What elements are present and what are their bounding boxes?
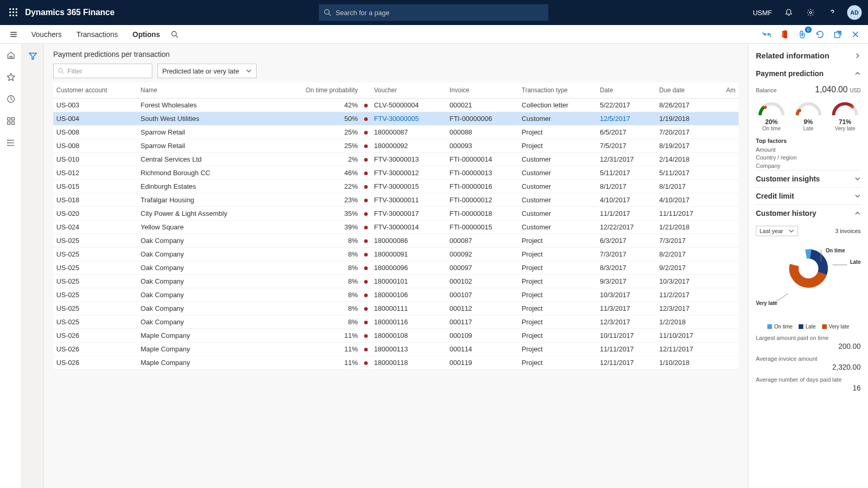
app-launcher-icon[interactable]	[6, 5, 21, 20]
cell-date[interactable]: 8/1/2017	[597, 180, 656, 193]
tab-transactions[interactable]: Transactions	[70, 27, 124, 42]
table-row[interactable]: US-024Yellow Square39%FTV-30000014FTI-00…	[53, 221, 739, 234]
cell-name[interactable]: Edinburgh Estates	[138, 180, 275, 193]
cell-name[interactable]: Yellow Square	[138, 221, 275, 234]
cell-amount[interactable]	[716, 139, 739, 153]
cell-prob[interactable]: 25%	[275, 126, 361, 139]
home-icon[interactable]	[4, 48, 18, 63]
cell-invoice[interactable]: FTI-00000015	[447, 221, 519, 234]
table-row[interactable]: US-025Oak Company8%180000106000107Projec…	[53, 288, 739, 302]
table-row[interactable]: US-003Forest Wholesales42%CLV-5000000400…	[53, 99, 739, 112]
cell-date[interactable]: 11/1/2017	[597, 207, 656, 221]
workspaces-icon[interactable]	[4, 114, 18, 128]
cell-invoice[interactable]: 000093	[447, 139, 519, 153]
filter-input[interactable]: Filter	[53, 64, 152, 78]
section-customer-insights[interactable]: Customer insights	[756, 170, 861, 187]
cell-account[interactable]: US-026	[53, 343, 138, 356]
search-input[interactable]: Search for a page	[319, 4, 548, 21]
table-row[interactable]: US-008Sparrow Retail25%180000087000088Pr…	[53, 126, 739, 139]
cell-voucher[interactable]: 180000106	[371, 288, 447, 302]
col-voucher[interactable]: Voucher	[371, 82, 447, 99]
cell-voucher[interactable]: 180000111	[371, 302, 447, 315]
cell-prob[interactable]: 8%	[275, 302, 361, 315]
cell-date[interactable]: 6/5/2017	[597, 126, 656, 139]
cell-amount[interactable]	[716, 234, 739, 248]
col-type[interactable]: Transaction type	[519, 82, 597, 99]
cell-date[interactable]: 9/3/2017	[597, 275, 656, 288]
cell-prob[interactable]: 8%	[275, 261, 361, 275]
cell-prob[interactable]: 22%	[275, 180, 361, 193]
cell-invoice[interactable]: FTI-00000013	[447, 166, 519, 180]
cell-type[interactable]: Project	[519, 356, 597, 370]
cell-type[interactable]: Project	[519, 343, 597, 356]
cell-prob[interactable]: 8%	[275, 275, 361, 288]
cell-account[interactable]: US-025	[53, 288, 138, 302]
cell-amount[interactable]	[716, 207, 739, 221]
settings-icon[interactable]	[803, 5, 818, 20]
cell-invoice[interactable]: FTI-00000006	[447, 112, 519, 126]
table-row[interactable]: US-025Oak Company8%180000096000097Projec…	[53, 261, 739, 275]
table-row[interactable]: US-015Edinburgh Estates22%FTV-30000015FT…	[53, 180, 739, 193]
cell-account[interactable]: US-018	[53, 193, 138, 207]
cell-due[interactable]: 11/2/2017	[656, 288, 716, 302]
cell-due[interactable]: 7/3/2017	[656, 234, 716, 248]
cell-amount[interactable]	[716, 288, 739, 302]
cell-amount[interactable]	[716, 153, 739, 166]
cell-invoice[interactable]: 000112	[447, 302, 519, 315]
cell-voucher[interactable]: FTV-30000014	[371, 221, 447, 234]
cell-amount[interactable]	[716, 302, 739, 315]
cell-amount[interactable]	[716, 329, 739, 343]
cell-prob[interactable]: 8%	[275, 288, 361, 302]
cell-account[interactable]: US-024	[53, 221, 138, 234]
cell-account[interactable]: US-010	[53, 153, 138, 166]
cell-name[interactable]: Oak Company	[138, 315, 275, 329]
cell-voucher[interactable]: FTV-30000017	[371, 207, 447, 221]
cell-due[interactable]: 7/20/2017	[656, 126, 716, 139]
cell-type[interactable]: Customer	[519, 153, 597, 166]
cell-name[interactable]: Oak Company	[138, 302, 275, 315]
cell-type[interactable]: Project	[519, 261, 597, 275]
cell-due[interactable]: 4/10/2017	[656, 193, 716, 207]
prediction-filter-dropdown[interactable]: Predicted late or very late	[158, 64, 257, 78]
section-customer-history[interactable]: Customer history	[756, 204, 861, 222]
cell-name[interactable]: Oak Company	[138, 261, 275, 275]
cell-prob[interactable]: 46%	[275, 166, 361, 180]
nav-toggle-icon[interactable]	[6, 27, 21, 42]
cell-due[interactable]: 12/3/2017	[656, 302, 716, 315]
cell-name[interactable]: Trafalgar Housing	[138, 193, 275, 207]
col-invoice[interactable]: Invoice	[447, 82, 519, 99]
cell-account[interactable]: US-026	[53, 329, 138, 343]
cell-invoice[interactable]: FTI-00000012	[447, 193, 519, 207]
popout-icon[interactable]	[831, 28, 844, 41]
cell-invoice[interactable]: 000114	[447, 343, 519, 356]
avatar[interactable]: AD	[847, 5, 862, 20]
cell-account[interactable]: US-004	[53, 112, 138, 126]
cell-invoice[interactable]: 000087	[447, 234, 519, 248]
cell-prob[interactable]: 23%	[275, 193, 361, 207]
cell-invoice[interactable]: 000119	[447, 356, 519, 370]
cell-name[interactable]: Maple Company	[138, 356, 275, 370]
cell-name[interactable]: Oak Company	[138, 275, 275, 288]
cell-voucher[interactable]: 180000101	[371, 275, 447, 288]
cell-type[interactable]: Project	[519, 329, 597, 343]
cell-name[interactable]: Sparrow Retail	[138, 139, 275, 153]
cell-type[interactable]: Customer	[519, 180, 597, 193]
cell-amount[interactable]	[716, 112, 739, 126]
cell-name[interactable]: South West Utilities	[138, 112, 275, 126]
cell-invoice[interactable]: 000109	[447, 329, 519, 343]
cell-name[interactable]: Oak Company	[138, 288, 275, 302]
cell-date[interactable]: 10/3/2017	[597, 288, 656, 302]
attachments-icon[interactable]: 0	[796, 28, 809, 41]
cell-due[interactable]: 8/26/2017	[656, 99, 716, 112]
cell-amount[interactable]	[716, 193, 739, 207]
cell-voucher[interactable]: 180000096	[371, 261, 447, 275]
cell-type[interactable]: Project	[519, 315, 597, 329]
cell-invoice[interactable]: 000092	[447, 248, 519, 261]
refresh-icon[interactable]	[814, 28, 826, 41]
cell-amount[interactable]	[716, 166, 739, 180]
table-row[interactable]: US-008Sparrow Retail25%180000092000093Pr…	[53, 139, 739, 153]
cell-account[interactable]: US-008	[53, 139, 138, 153]
cell-name[interactable]: Oak Company	[138, 234, 275, 248]
cell-due[interactable]: 5/11/2017	[656, 166, 716, 180]
cell-due[interactable]: 1/21/2018	[656, 221, 716, 234]
